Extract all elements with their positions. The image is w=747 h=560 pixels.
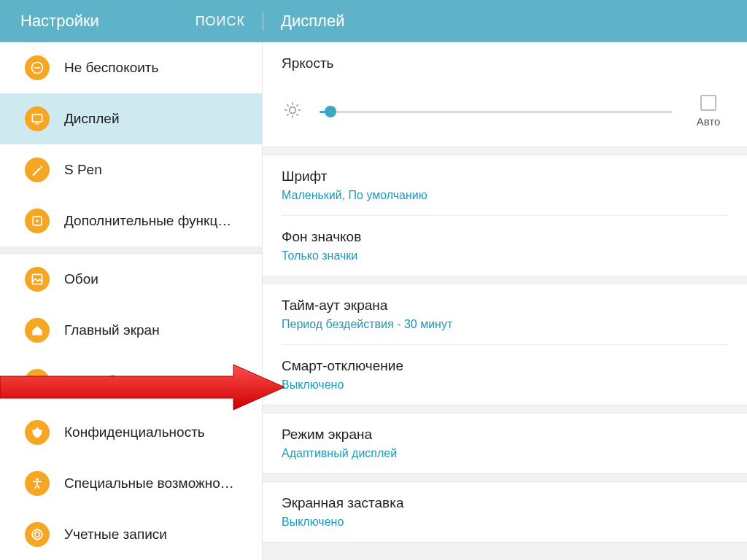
screenmode-card: Режим экрана Адаптивный дисплей — [263, 413, 747, 474]
privacy-icon — [25, 420, 50, 445]
auto-brightness-toggle[interactable]: Авто — [689, 95, 728, 128]
timeout-smart-card: Тайм-аут экрана Период бездействия - 30 … — [263, 284, 747, 405]
svg-point-5 — [36, 219, 38, 222]
sidebar-item-label: Обои — [64, 271, 98, 287]
sidebar-item-label: S Pen — [64, 162, 102, 178]
home-icon — [25, 318, 50, 343]
accounts-icon — [25, 522, 50, 547]
sidebar-item-lockscreen[interactable]: Экран блокировки и защ… — [0, 356, 262, 407]
sidebar-item-label: Не беспокоить — [64, 60, 158, 76]
lock-icon — [25, 369, 50, 394]
sidebar-item-dnd[interactable]: Не беспокоить — [0, 42, 262, 93]
timeout-sub: Период бездействия - 30 минут — [282, 318, 728, 331]
sidebar-separator — [0, 246, 262, 254]
iconbg-row[interactable]: Фон значков Только значки — [263, 216, 747, 276]
screensaver-row[interactable]: Экранная заставка Выключено — [263, 482, 747, 542]
display-icon — [25, 106, 50, 131]
svg-point-10 — [32, 529, 42, 539]
svg-rect-2 — [32, 114, 42, 122]
sidebar-item-display[interactable]: Дисплей — [0, 93, 262, 144]
header-right: Дисплей — [263, 12, 747, 31]
app-title: Настройки — [20, 12, 99, 31]
screensaver-sub: Выключено — [282, 516, 728, 529]
svg-line-19 — [296, 104, 298, 106]
pen-icon — [25, 158, 50, 182]
brightness-title: Яркость — [282, 55, 728, 71]
sidebar-item-label: Учетные записи — [64, 526, 167, 542]
sidebar-item-label: Конфиденциальность — [64, 424, 205, 440]
iconbg-sub: Только значки — [282, 249, 728, 262]
sidebar-item-homescreen[interactable]: Главный экран — [0, 305, 262, 356]
smartstay-sub: Выключено — [282, 378, 728, 392]
sidebar-item-label: Специальные возможно… — [64, 475, 234, 491]
sidebar-item-wallpaper[interactable]: Обои — [0, 254, 262, 305]
body: Не беспокоить Дисплей S Pen — [0, 42, 747, 560]
sidebar-item-privacy[interactable]: Конфиденциальность — [0, 407, 262, 458]
sidebar-item-accessibility[interactable]: Специальные возможно… — [0, 458, 262, 509]
font-sub: Маленький, По умолчанию — [282, 189, 728, 202]
screensaver-title: Экранная заставка — [282, 495, 728, 511]
brightness-sun-icon — [282, 101, 303, 122]
font-title: Шрифт — [282, 168, 728, 184]
font-iconbg-card: Шрифт Маленький, По умолчанию Фон значко… — [263, 155, 747, 276]
smartstay-row[interactable]: Смарт-отключение Выключено — [263, 345, 747, 405]
header-left: Настройки ПОИСК — [0, 12, 263, 31]
font-row[interactable]: Шрифт Маленький, По умолчанию — [263, 155, 747, 215]
accessibility-icon — [25, 471, 50, 496]
svg-line-16 — [287, 104, 288, 106]
sidebar-item-label: Дополнительные функц… — [64, 213, 231, 229]
app-root: Настройки ПОИСК Дисплей Не беспокоить — [0, 0, 747, 560]
advanced-icon — [25, 209, 50, 233]
sidebar-item-label: Экран блокировки и защ… — [64, 373, 236, 389]
brightness-card: Яркость Авто — [263, 42, 747, 147]
screenmode-sub: Адаптивный дисплей — [282, 447, 728, 460]
svg-rect-7 — [34, 381, 41, 386]
dnd-icon — [25, 55, 50, 80]
auto-label: Авто — [697, 115, 721, 128]
sidebar-item-label: Главный экран — [64, 322, 160, 338]
page-title: Дисплей — [281, 12, 344, 31]
smartstay-title: Смарт-отключение — [282, 358, 728, 374]
svg-rect-6 — [32, 274, 42, 284]
screensaver-card: Экранная заставка Выключено — [263, 481, 747, 542]
search-button[interactable]: ПОИСК — [196, 14, 245, 29]
sidebar: Не беспокоить Дисплей S Pen — [0, 42, 263, 560]
svg-point-8 — [36, 478, 38, 481]
sidebar-item-spen[interactable]: S Pen — [0, 144, 262, 195]
sidebar-item-accounts[interactable]: Учетные записи — [0, 509, 262, 560]
checkbox-icon — [700, 95, 716, 111]
brightness-slider[interactable] — [320, 104, 673, 119]
timeout-title: Тайм-аут экрана — [282, 298, 728, 314]
timeout-row[interactable]: Тайм-аут экрана Период бездействия - 30 … — [263, 284, 747, 344]
svg-point-11 — [290, 106, 296, 113]
svg-point-9 — [35, 532, 40, 537]
header-bar: Настройки ПОИСК Дисплей — [0, 0, 747, 42]
svg-line-18 — [287, 114, 288, 115]
svg-line-17 — [296, 114, 298, 115]
sidebar-item-label: Дисплей — [64, 111, 120, 127]
content-panel: Яркость Авто — [263, 42, 747, 560]
screenmode-title: Режим экрана — [282, 427, 728, 443]
screenmode-row[interactable]: Режим экрана Адаптивный дисплей — [263, 413, 747, 473]
iconbg-title: Фон значков — [282, 229, 728, 245]
wallpaper-icon — [25, 267, 50, 292]
sidebar-item-advanced[interactable]: Дополнительные функц… — [0, 195, 262, 246]
